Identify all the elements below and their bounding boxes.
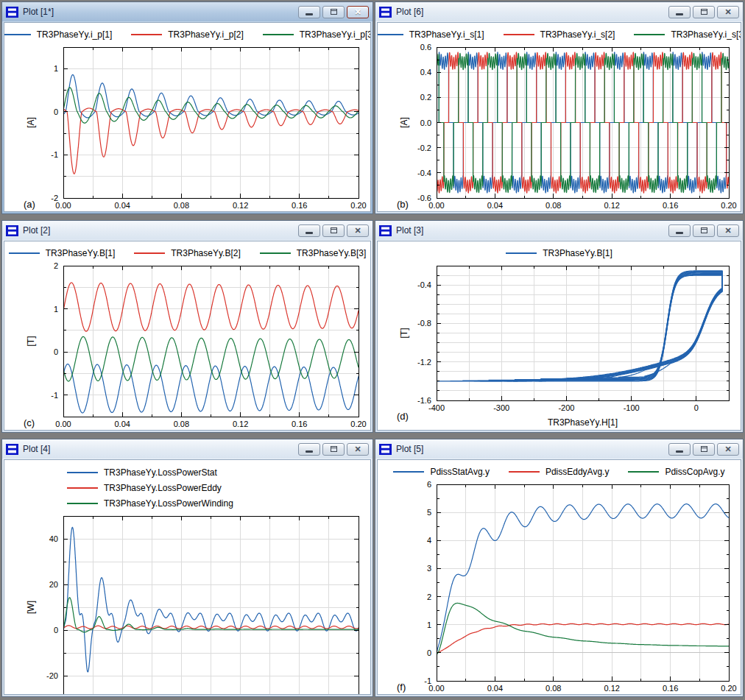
window-title: Plot [6]: [396, 7, 423, 17]
plot-window-4: Plot [4]✕TR3PhaseYy.LossPowerStatTR3Phas…: [1, 439, 373, 697]
restore-button[interactable]: [693, 225, 715, 237]
minimize-button[interactable]: [298, 443, 320, 456]
titlebar[interactable]: Plot [5]✕: [375, 439, 743, 459]
plot-window-icon[interactable]: [6, 225, 18, 236]
svg-text:2: 2: [54, 261, 58, 270]
window-title: Plot [3]: [396, 225, 423, 236]
svg-text:0: 0: [54, 347, 58, 356]
grid-lines: [63, 266, 359, 417]
titlebar[interactable]: Plot [3]✕: [375, 221, 743, 240]
svg-text:1: 1: [54, 64, 58, 73]
plot-window-icon[interactable]: [379, 444, 392, 455]
restore-button[interactable]: [322, 225, 345, 237]
legend-item: TR3PhaseYy.B[1]: [506, 248, 612, 258]
minimize-button[interactable]: [668, 6, 691, 18]
plot-window-icon[interactable]: [379, 225, 392, 236]
legend-item: TR3PhaseYy.i_s[2]: [504, 29, 615, 40]
legend-item: PdissCopAvg.y: [628, 467, 724, 477]
titlebar-buttons: ✕: [298, 6, 369, 18]
svg-text:5: 5: [427, 508, 431, 517]
tick-labels: 0.000.040.080.120.160.2010-1-2: [51, 64, 366, 210]
legend-line-sample: [263, 34, 294, 35]
minimize-button[interactable]: [668, 225, 691, 237]
legend-line-sample: [67, 472, 98, 473]
legend-line-sample: [506, 252, 537, 254]
close-button[interactable]: ✕: [347, 443, 369, 456]
legend-label: TR3PhaseYy.B[1]: [543, 248, 612, 258]
close-button[interactable]: ✕: [717, 443, 739, 456]
legend-item: TR3PhaseYy.i_p[1]: [4, 29, 112, 40]
legend-line-sample: [628, 471, 659, 473]
legend-label: TR3PhaseYy.i_p[2]: [168, 29, 244, 40]
svg-text:3: 3: [427, 564, 431, 573]
legend-label: TR3PhaseYy.LossPowerStat: [104, 467, 217, 478]
legend-label: TR3PhaseYy.i_p[1]: [37, 29, 113, 40]
plot-window-3: Plot [3]✕TR3PhaseYy.B[1]-400-300-200-100…: [375, 220, 744, 433]
svg-text:-0.8: -0.8: [417, 319, 431, 328]
plot-window-icon[interactable]: [6, 7, 18, 18]
svg-text:-0.6: -0.6: [417, 194, 431, 202]
subplot-corner-label: (f): [397, 682, 406, 693]
legend-item: TR3PhaseYy.LossPowerWinding: [67, 498, 233, 509]
restore-button[interactable]: [693, 6, 715, 18]
legend: TR3PhaseYy.LossPowerStatTR3PhaseYy.LossP…: [4, 460, 370, 512]
titlebar-buttons: ✕: [668, 443, 739, 456]
plot-window-icon[interactable]: [379, 7, 392, 18]
legend-line-sample: [377, 34, 403, 35]
plot-client-area: TR3PhaseYy.B[1]-400-300-200-1000-0.4-0.8…: [377, 241, 741, 431]
minimize-button[interactable]: [668, 443, 691, 456]
plot-area[interactable]: -400-300-200-1000-0.4-0.8-1.2-1.6[T]TR3P…: [378, 261, 741, 431]
plot-area[interactable]: 0.000.040.080.120.160.206543210-1(f): [378, 480, 741, 695]
titlebar[interactable]: Plot [2]✕: [2, 221, 372, 240]
close-button[interactable]: ✕: [717, 225, 739, 237]
minimize-icon: [676, 450, 683, 453]
titlebar[interactable]: Plot [4]✕: [2, 439, 372, 459]
svg-text:-1: -1: [424, 676, 431, 685]
close-icon: ✕: [354, 8, 361, 16]
legend-item: PdissStatAvg.y: [393, 467, 489, 477]
minimize-button[interactable]: [298, 225, 320, 237]
svg-text:-0.4: -0.4: [417, 280, 431, 289]
legend-label: TR3PhaseYy.B[2]: [171, 248, 241, 258]
plot-area[interactable]: 0.000.040.080.120.160.2040200-20[W](e): [4, 512, 370, 695]
svg-text:0.20: 0.20: [350, 420, 366, 428]
legend-item: TR3PhaseYy.LossPowerStat: [67, 467, 217, 478]
close-icon: ✕: [354, 445, 361, 453]
svg-text:0.08: 0.08: [174, 420, 189, 428]
minimize-icon: [306, 232, 313, 234]
svg-text:0.00: 0.00: [55, 420, 71, 428]
grid-lines: [63, 516, 359, 695]
restore-icon: [331, 227, 337, 233]
minimize-icon: [676, 232, 683, 234]
plot-area[interactable]: 0.000.040.080.120.160.20210-1[T](c): [4, 261, 370, 431]
close-button[interactable]: ✕: [717, 6, 739, 18]
svg-text:-100: -100: [624, 403, 640, 412]
legend-item: TR3PhaseYy.i_p[2]: [131, 29, 244, 40]
svg-text:0.04: 0.04: [487, 684, 503, 693]
svg-text:-0.4: -0.4: [417, 169, 431, 177]
minimize-button[interactable]: [298, 6, 320, 18]
legend-item: TR3PhaseYy.i_s[3]: [634, 29, 741, 40]
close-button[interactable]: ✕: [347, 225, 369, 237]
plot-window-icon[interactable]: [6, 444, 18, 455]
plot-client-area: TR3PhaseYy.i_s[1]TR3PhaseYy.i_s[2]TR3Pha…: [377, 22, 741, 212]
titlebar[interactable]: Plot [6]✕: [375, 2, 743, 21]
titlebar[interactable]: Plot [1*]✕: [2, 2, 372, 21]
svg-text:0.16: 0.16: [663, 684, 678, 693]
plot-area[interactable]: 0.000.040.080.120.160.200.60.40.20.0-0.2…: [378, 43, 741, 212]
svg-text:0.20: 0.20: [350, 201, 366, 210]
svg-text:0.08: 0.08: [174, 201, 189, 210]
restore-button[interactable]: [322, 443, 345, 456]
close-icon: ✕: [724, 445, 731, 453]
legend-item: TR3PhaseYy.LossPowerEddy: [67, 483, 222, 493]
svg-text:0.04: 0.04: [114, 201, 130, 210]
plot-area[interactable]: 0.000.040.080.120.160.2010-1-2[A](a): [4, 43, 370, 212]
legend-label: TR3PhaseYy.LossPowerEddy: [104, 483, 222, 493]
legend-item: PdissEddyAvg.y: [509, 467, 610, 477]
svg-text:0.16: 0.16: [292, 201, 307, 210]
tick-labels: 0.000.040.080.120.160.2040200-20: [46, 534, 367, 695]
restore-button[interactable]: [322, 6, 345, 18]
restore-button[interactable]: [693, 443, 715, 456]
close-button[interactable]: ✕: [347, 6, 369, 18]
svg-text:-300: -300: [493, 403, 509, 412]
